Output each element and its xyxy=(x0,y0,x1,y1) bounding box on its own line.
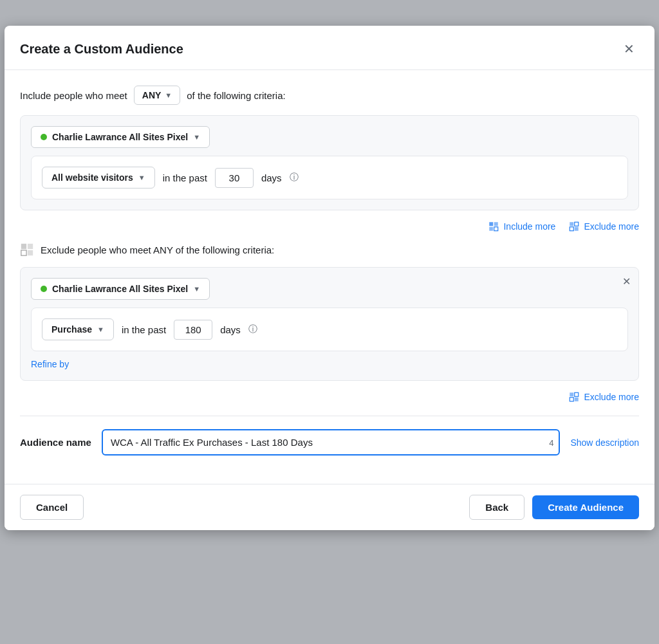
exclude-pixel-dropdown[interactable]: Charlie Lawrance All Sites Pixel ▼ xyxy=(31,278,210,300)
exclude-header-label: Exclude people who meet ANY of the follo… xyxy=(41,244,274,255)
exclude-actions-row: Exclude more xyxy=(20,391,639,403)
svg-rect-5 xyxy=(575,222,579,226)
create-audience-button[interactable]: Create Audience xyxy=(532,495,639,519)
refine-by-link[interactable]: Refine by xyxy=(31,359,69,369)
footer-right-buttons: Back Create Audience xyxy=(469,495,639,520)
audience-name-label: Audience name xyxy=(20,437,91,448)
audience-input-wrapper: 4 xyxy=(102,429,561,455)
exclude-days-label: days xyxy=(220,324,241,335)
include-criteria-detail-row: All website visitors ▼ in the past days … xyxy=(31,156,628,199)
include-more-label: Include more xyxy=(503,221,555,232)
any-label: ANY xyxy=(142,90,162,100)
char-count-badge: 4 xyxy=(549,437,553,447)
audience-name-section: Audience name 4 Show description xyxy=(20,429,639,468)
exclude-more-top-icon xyxy=(568,221,580,232)
exclude-more-top-label: Exclude more xyxy=(584,221,639,232)
exclude-section-icon xyxy=(20,243,34,257)
show-description-label: Show description xyxy=(570,437,639,448)
exclude-header-row: Exclude people who meet ANY of the follo… xyxy=(20,243,639,257)
any-dropdown[interactable]: ANY ▼ xyxy=(134,86,180,105)
include-more-link[interactable]: Include more xyxy=(488,221,555,232)
svg-rect-10 xyxy=(21,250,26,255)
svg-rect-14 xyxy=(570,398,574,401)
exclude-more-top-link[interactable]: Exclude more xyxy=(568,221,639,232)
include-in-the-past-label: in the past xyxy=(163,172,207,183)
include-days-input[interactable] xyxy=(215,168,254,188)
svg-rect-9 xyxy=(28,244,33,249)
svg-rect-8 xyxy=(21,244,26,249)
criteria-suffix-label: of the following criteria: xyxy=(187,90,285,101)
include-criteria-row: Include people who meet ANY ▼ of the fol… xyxy=(20,86,639,105)
exclude-more-bottom-icon xyxy=(568,391,580,403)
exclude-pixel-status-dot xyxy=(41,286,47,292)
purchase-chevron-icon: ▼ xyxy=(97,326,104,333)
pixel-chevron-icon: ▼ xyxy=(193,133,200,141)
svg-rect-11 xyxy=(28,250,33,255)
svg-rect-1 xyxy=(494,222,498,226)
back-button[interactable]: Back xyxy=(469,495,524,520)
modal-title: Create a Custom Audience xyxy=(20,42,183,57)
exclude-in-the-past-label: in the past xyxy=(122,324,166,335)
svg-rect-2 xyxy=(490,227,494,231)
modal-footer: Cancel Back Create Audience xyxy=(5,484,654,530)
exclude-section: Exclude people who meet ANY of the follo… xyxy=(20,243,639,403)
include-section-box: Charlie Lawrance All Sites Pixel ▼ All w… xyxy=(20,115,639,210)
include-pixel-name: Charlie Lawrance All Sites Pixel xyxy=(52,132,188,142)
svg-rect-3 xyxy=(494,227,498,231)
visitor-type-dropdown[interactable]: All website visitors ▼ xyxy=(42,167,155,189)
exclude-more-bottom-link[interactable]: Exclude more xyxy=(568,391,639,403)
include-info-icon[interactable]: ⓘ xyxy=(290,172,299,183)
exclude-info-icon[interactable]: ⓘ xyxy=(248,324,257,335)
section-divider xyxy=(20,416,639,416)
svg-rect-7 xyxy=(575,227,579,231)
include-pixel-dropdown[interactable]: Charlie Lawrance All Sites Pixel ▼ xyxy=(31,126,210,148)
svg-rect-12 xyxy=(570,392,574,396)
include-more-icon xyxy=(488,221,499,232)
exclude-box: ✕ Charlie Lawrance All Sites Pixel ▼ Pur… xyxy=(20,267,639,381)
modal-close-button[interactable]: ✕ xyxy=(618,39,639,59)
svg-rect-4 xyxy=(570,222,574,226)
svg-rect-15 xyxy=(575,398,579,401)
refine-by-label: Refine by xyxy=(31,359,69,369)
exclude-pixel-name: Charlie Lawrance All Sites Pixel xyxy=(52,284,188,294)
purchase-event-dropdown[interactable]: Purchase ▼ xyxy=(42,318,114,340)
any-chevron-icon: ▼ xyxy=(165,91,172,99)
exclude-pixel-chevron-icon: ▼ xyxy=(193,285,200,293)
modal-header: Create a Custom Audience ✕ xyxy=(5,26,654,70)
visitor-type-label: All website visitors xyxy=(51,172,133,183)
purchase-label: Purchase xyxy=(51,324,92,335)
include-people-label: Include people who meet xyxy=(20,90,127,101)
exclude-more-bottom-label: Exclude more xyxy=(584,392,639,402)
modal-body: Include people who meet ANY ▼ of the fol… xyxy=(5,70,654,484)
svg-rect-6 xyxy=(570,227,574,231)
exclude-close-button[interactable]: ✕ xyxy=(622,275,631,288)
show-description-link[interactable]: Show description xyxy=(570,437,639,448)
visitor-chevron-icon: ▼ xyxy=(138,174,145,181)
include-actions-row: Include more Exclude more xyxy=(20,221,639,232)
svg-rect-13 xyxy=(575,392,579,396)
create-custom-audience-modal: Create a Custom Audience ✕ Include peopl… xyxy=(5,26,654,530)
exclude-days-input[interactable] xyxy=(174,320,212,340)
exclude-criteria-detail-row: Purchase ▼ in the past days ⓘ xyxy=(31,308,628,351)
audience-name-input[interactable] xyxy=(102,429,561,455)
include-days-label: days xyxy=(261,172,282,183)
pixel-status-dot xyxy=(41,134,47,140)
svg-rect-0 xyxy=(490,222,494,226)
cancel-button[interactable]: Cancel xyxy=(20,495,84,520)
